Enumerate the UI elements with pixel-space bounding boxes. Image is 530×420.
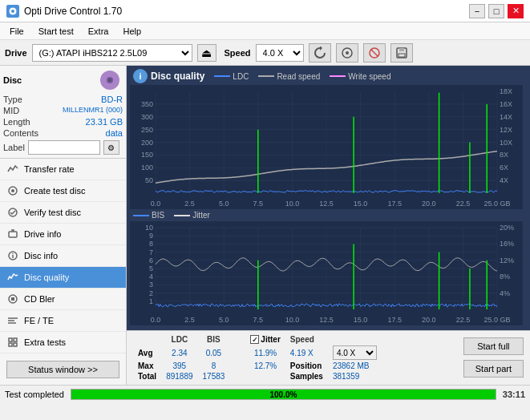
drive-selector[interactable]: (G:) ATAPI iHBS212 2.5L09	[32, 44, 192, 62]
menu-extra[interactable]: Extra	[82, 25, 115, 38]
eject-button[interactable]: ⏏	[197, 44, 216, 62]
disc-mid-label: MID	[3, 106, 19, 115]
progress-bar: 100.0%	[71, 389, 496, 400]
nav-label-disc-info: Disc info	[24, 251, 58, 260]
svg-rect-29	[14, 343, 17, 346]
dq-title-container: i Disc quality	[133, 69, 204, 83]
bottom-chart	[130, 221, 527, 325]
nav-label-verify-test: Verify test disc	[24, 208, 81, 217]
stats-header-speed: Speed	[285, 334, 328, 345]
bottom-chart-canvas	[130, 221, 523, 325]
start-full-button[interactable]: Start full	[463, 337, 524, 355]
avg-ldc: 2.34	[161, 345, 197, 361]
action-buttons: Start full Start part	[463, 337, 524, 379]
svg-rect-8	[399, 54, 405, 57]
menu-help[interactable]: Help	[116, 25, 148, 38]
legend-jitter-label: Jitter	[192, 211, 210, 220]
disc-panel-title: Disc	[3, 75, 22, 85]
legend-writespeed-label: Write speed	[348, 72, 390, 81]
transfer-rate-icon	[6, 163, 19, 176]
titlebar: Opti Drive Control 1.70 − □ ✕	[0, 0, 530, 22]
position-label: Position	[285, 361, 328, 371]
content-area: i Disc quality LDC Read speed Write spee…	[127, 66, 530, 385]
disc-label-input[interactable]	[28, 140, 100, 155]
avg-bis: 0.05	[198, 345, 230, 361]
extra-tests-icon	[6, 336, 19, 349]
create-test-icon	[6, 184, 19, 197]
disc-contents-row: Contents data	[3, 127, 123, 139]
save-button[interactable]	[390, 43, 413, 63]
stats-table: LDC BIS ✓ Jitter Speed Avg 2.34 0.	[133, 334, 382, 382]
status-btn-container: Status window >>	[0, 354, 126, 385]
jitter-checkbox-cell: ✓ Jitter	[245, 334, 285, 345]
verify-test-icon	[6, 206, 19, 219]
disc-mid-value: MILLENMR1 (000)	[63, 106, 123, 115]
disc-info-icon	[6, 249, 19, 262]
dq-icon: i	[133, 69, 148, 83]
max-label: Max	[133, 361, 161, 371]
menu-file[interactable]: File	[3, 25, 30, 38]
avg-jitter: 11.9%	[245, 345, 285, 361]
start-part-button[interactable]: Start part	[463, 360, 524, 378]
svg-point-3	[346, 51, 349, 55]
disc-label-label: Label	[3, 143, 25, 152]
nav-label-disc-quality: Disc quality	[24, 273, 69, 282]
avg-label: Avg	[133, 345, 161, 361]
total-bis: 17583	[198, 371, 230, 382]
disc-length-value: 23.31 GB	[86, 117, 123, 127]
max-position: 23862 MB	[328, 361, 382, 371]
nav-disc-quality[interactable]: Disc quality	[0, 267, 126, 289]
speed-selector[interactable]: 4.0 X	[256, 44, 304, 62]
svg-point-1	[11, 10, 14, 13]
legend-readspeed-label: Read speed	[277, 72, 320, 81]
status-window-button[interactable]: Status window >>	[6, 361, 119, 378]
top-chart-canvas	[130, 85, 523, 209]
sidebar: Disc Type BD-R MID MILLENMR1 (000) Lengt…	[0, 66, 127, 385]
bottom-bar: Test completed 100.0% 33:11	[0, 385, 530, 402]
nav-create-test[interactable]: Create test disc	[0, 180, 126, 202]
disc-length-label: Length	[3, 117, 30, 127]
svg-line-5	[371, 50, 378, 56]
svg-rect-28	[9, 343, 12, 346]
nav-cd-bler[interactable]: CD Bler	[0, 289, 126, 310]
menu-starttest[interactable]: Start test	[32, 25, 80, 38]
jitter-label: Jitter	[261, 335, 280, 344]
disc-length-row: Length 23.31 GB	[3, 116, 123, 127]
disc-button[interactable]	[336, 43, 358, 63]
svg-rect-22	[11, 297, 14, 301]
nav-disc-info[interactable]: Disc info	[0, 245, 126, 267]
svg-rect-15	[9, 232, 17, 237]
minimize-button[interactable]: −	[469, 4, 485, 18]
disc-quality-charts: i Disc quality LDC Read speed Write spee…	[127, 66, 530, 330]
nav-label-cd-bler: CD Bler	[24, 294, 55, 304]
svg-rect-27	[14, 338, 17, 341]
nav-label-transfer-rate: Transfer rate	[24, 164, 75, 174]
jitter-checkbox[interactable]: ✓	[250, 335, 259, 344]
svg-rect-7	[399, 48, 404, 51]
nav-verify-test[interactable]: Verify test disc	[0, 202, 126, 224]
nav-transfer-rate[interactable]: Transfer rate	[0, 159, 126, 180]
nav-drive-info[interactable]: Drive info	[0, 224, 126, 245]
refresh-button[interactable]	[309, 43, 331, 63]
disc-contents-label: Contents	[3, 128, 38, 138]
main-layout: Disc Type BD-R MID MILLENMR1 (000) Lengt…	[0, 66, 530, 385]
nav-fe-te[interactable]: FE / TE	[0, 310, 126, 332]
nav-label-drive-info: Drive info	[24, 229, 61, 239]
chart-header: i Disc quality LDC Read speed Write spee…	[127, 66, 530, 85]
progress-label: 100.0%	[269, 390, 297, 398]
speed-dropdown[interactable]: 4.0 X	[333, 345, 377, 360]
nav-extra-tests[interactable]: Extra tests	[0, 332, 126, 353]
fe-te-icon	[6, 314, 19, 327]
close-button[interactable]: ✕	[508, 4, 524, 18]
nav-label-extra-tests: Extra tests	[24, 337, 66, 347]
erase-button[interactable]	[363, 43, 386, 63]
chart-legend-top: LDC Read speed Write speed	[214, 72, 390, 81]
maximize-button[interactable]: □	[488, 4, 504, 18]
disc-label-button[interactable]: ⚙	[103, 140, 119, 155]
stats-header-bis: BIS	[198, 334, 230, 345]
legend-writespeed-color	[330, 75, 346, 77]
disc-type-value: BD-R	[101, 95, 123, 104]
disc-mid-row: MID MILLENMR1 (000)	[3, 105, 123, 116]
stats-header-ldc: LDC	[161, 334, 197, 345]
avg-speed: 4.19 X	[285, 345, 328, 361]
